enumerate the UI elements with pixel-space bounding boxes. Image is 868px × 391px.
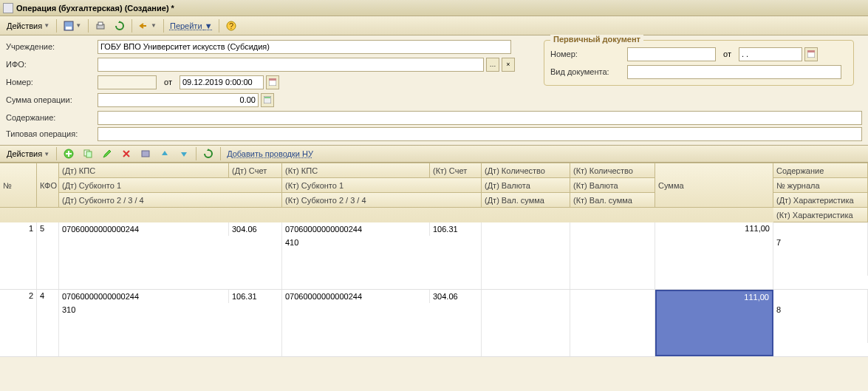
move-up-button[interactable] [156, 146, 174, 161]
goto-menu[interactable]: Перейти ▼ [167, 20, 216, 32]
cell-kt-sub2[interactable] [282, 249, 482, 262]
pd-type-input[interactable] [627, 65, 841, 79]
cell-kt-sub3[interactable] [282, 330, 482, 343]
col-kt-sub1[interactable]: (Кт) Субконто 1 [282, 178, 482, 193]
fill-button[interactable] [137, 146, 154, 161]
sum-label: Сумма операции: [6, 95, 95, 104]
cell-kt-char[interactable] [773, 330, 868, 343]
col-kt-char[interactable]: (Кт) Характеристика [773, 208, 868, 222]
institution-input[interactable] [98, 40, 511, 54]
sum-calc-button[interactable] [261, 93, 274, 107]
date-picker-button[interactable] [266, 75, 279, 89]
cell-sum[interactable]: 111,00 [655, 290, 773, 356]
pd-date-picker-button[interactable] [804, 47, 818, 61]
cell-no[interactable]: 1 [0, 222, 37, 289]
cell-desc[interactable] [773, 290, 868, 303]
delete-row-button[interactable] [117, 146, 135, 161]
cell-dt-qty[interactable] [482, 290, 570, 356]
cell-kt-sub4[interactable] [282, 343, 482, 356]
cell-kt-kps[interactable]: 07060000000000244 [282, 222, 430, 236]
col-desc[interactable]: Содержание [773, 163, 868, 178]
col-kt-acct[interactable]: (Кт) Счет [430, 163, 482, 178]
cell-journal[interactable]: 7 [773, 236, 868, 249]
cell-sum[interactable]: 111,00 [655, 222, 773, 289]
content-input[interactable] [98, 111, 862, 125]
table-row[interactable]: 1507060000000000244304.06070600000000002… [0, 222, 868, 290]
col-dt-char[interactable]: (Дт) Характеристика [773, 193, 868, 208]
add-nu-entries-button[interactable]: Добавить проводки НУ [224, 148, 316, 160]
cell-kfo[interactable]: 5 [37, 222, 59, 289]
link-icon-button[interactable]: ▼ [135, 18, 160, 33]
cell-kt-qty[interactable] [570, 222, 655, 289]
cell-dt-sub2[interactable] [59, 316, 282, 330]
cell-dt-sub2[interactable] [59, 249, 282, 262]
cell-kt-sub4[interactable] [282, 276, 482, 289]
cell-kt-qty[interactable] [570, 290, 655, 356]
cell-dt-acct[interactable]: 304.06 [229, 222, 282, 236]
cell-dt-char[interactable] [773, 316, 868, 330]
separator [219, 19, 219, 33]
col-kt-sub234[interactable]: (Кт) Субконто 2 / 3 / 4 [282, 193, 482, 208]
cell-kt-sub1[interactable] [282, 303, 482, 316]
table-row[interactable]: 2407060000000000244106.31310070600000000… [0, 290, 868, 357]
col-sum[interactable]: Сумма [655, 163, 773, 208]
col-dt-kps[interactable]: (Дт) КПС [59, 163, 229, 178]
move-down-button[interactable] [175, 146, 193, 161]
add-row-button[interactable] [60, 146, 78, 161]
cell-kt-sub3[interactable] [282, 262, 482, 276]
pd-date-input[interactable] [739, 47, 802, 61]
cell-dt-kps[interactable]: 07060000000000244 [59, 290, 229, 303]
refresh-icon-button[interactable] [111, 18, 129, 33]
col-dt-cursum[interactable]: (Дт) Вал. сумма [482, 193, 570, 208]
cell-kfo[interactable]: 4 [37, 290, 59, 356]
cell-no[interactable]: 2 [0, 290, 37, 356]
grid-actions-menu[interactable]: Действия▼ [3, 146, 53, 161]
cell-kt-sub1[interactable]: 410 [282, 236, 482, 249]
actions-menu[interactable]: Действия▼ [3, 18, 53, 33]
print-icon-button[interactable] [92, 18, 109, 33]
cell-dt-sub1[interactable] [59, 236, 282, 249]
col-dt-cur[interactable]: (Дт) Валюта [482, 178, 570, 193]
col-kt-cur[interactable]: (Кт) Валюта [570, 178, 655, 193]
cell-kt-acct[interactable]: 106.31 [430, 222, 482, 236]
pd-number-input[interactable] [627, 47, 716, 61]
cell-dt-acct[interactable]: 106.31 [229, 290, 282, 303]
cell-kt-kps[interactable]: 07060000000000244 [282, 290, 430, 303]
col-dt-qty[interactable]: (Дт) Количество [482, 163, 570, 178]
col-no[interactable]: № [0, 163, 37, 208]
cell-dt-sub3[interactable] [59, 330, 282, 343]
col-journal[interactable]: № журнала [773, 178, 868, 193]
col-dt-sub234[interactable]: (Дт) Субконто 2 / 3 / 4 [59, 193, 282, 208]
col-dt-acct[interactable]: (Дт) Счет [229, 163, 282, 178]
ifo-select-button[interactable]: … [486, 58, 499, 72]
cell-journal[interactable]: 8 [773, 303, 868, 316]
cell-kt-char[interactable] [773, 262, 868, 276]
cell-dt-sub4[interactable] [59, 276, 282, 289]
cell-kt-sub2[interactable] [282, 316, 482, 330]
copy-row-button[interactable] [79, 146, 97, 161]
cell-desc[interactable] [773, 222, 868, 236]
cell-dt-char[interactable] [773, 249, 868, 262]
cell-dt-sub4[interactable] [59, 343, 282, 356]
ifo-clear-button[interactable]: × [502, 58, 515, 72]
help-icon-button[interactable]: ? [222, 18, 240, 33]
typical-input[interactable] [98, 127, 862, 141]
cell-kt-acct[interactable]: 304.06 [430, 290, 482, 303]
cell-dt-sub1[interactable]: 310 [59, 303, 282, 316]
ifo-input[interactable] [98, 58, 484, 72]
sum-input[interactable] [98, 93, 259, 107]
col-kt-kps[interactable]: (Кт) КПС [282, 163, 430, 178]
cell-dt-kps[interactable]: 07060000000000244 [59, 222, 229, 236]
number-input[interactable] [98, 75, 157, 89]
col-kt-cursum[interactable]: (Кт) Вал. сумма [570, 193, 655, 208]
cell-dt-sub3[interactable] [59, 262, 282, 276]
refresh-grid-button[interactable] [199, 146, 217, 161]
save-icon-button[interactable]: ▼ [60, 18, 85, 33]
date-input[interactable] [180, 75, 264, 89]
col-kt-qty[interactable]: (Кт) Количество [570, 163, 655, 178]
edit-row-button[interactable] [98, 146, 116, 161]
cell-dt-qty[interactable] [482, 222, 570, 289]
primary-document-group: Первичный документ Номер: от Вид докумен… [544, 40, 854, 86]
col-dt-sub1[interactable]: (Дт) Субконто 1 [59, 178, 282, 193]
col-kfo[interactable]: КФО [37, 163, 59, 208]
